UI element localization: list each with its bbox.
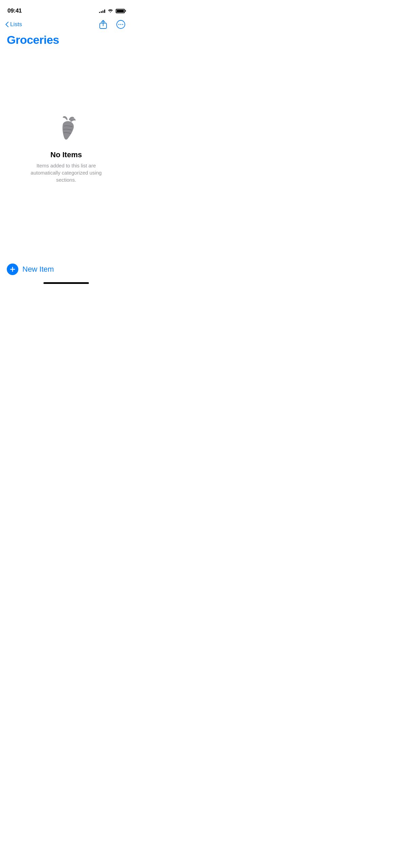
more-icon xyxy=(116,20,126,29)
svg-point-4 xyxy=(122,24,123,25)
status-bar: 09:41 xyxy=(0,0,132,17)
share-button[interactable] xyxy=(97,18,109,31)
svg-point-2 xyxy=(118,24,119,25)
new-item-button[interactable]: New Item xyxy=(7,264,54,275)
battery-icon xyxy=(116,9,125,13)
bottom-bar: New Item xyxy=(0,259,132,287)
status-time: 09:41 xyxy=(7,7,22,14)
back-label: Lists xyxy=(10,21,22,28)
back-button[interactable]: Lists xyxy=(5,21,22,28)
new-item-label: New Item xyxy=(22,265,54,274)
page-title-container: Groceries xyxy=(0,32,132,52)
wifi-icon xyxy=(108,9,113,13)
signal-icon xyxy=(99,9,105,13)
plus-icon xyxy=(9,266,16,272)
more-button[interactable] xyxy=(115,18,127,31)
back-chevron-icon xyxy=(5,22,9,27)
carrot-icon xyxy=(53,113,80,144)
status-icons xyxy=(99,9,125,13)
empty-state: No Items Items added to this list are au… xyxy=(0,106,132,190)
empty-state-title: No Items xyxy=(51,150,82,159)
nav-bar: Lists xyxy=(0,17,132,32)
empty-state-subtitle: Items added to this list are automatical… xyxy=(22,162,110,183)
page-title: Groceries xyxy=(7,33,126,47)
svg-point-3 xyxy=(120,24,121,25)
home-indicator xyxy=(43,282,89,284)
new-item-icon xyxy=(7,264,18,275)
nav-actions xyxy=(97,18,127,31)
share-icon xyxy=(99,20,107,29)
